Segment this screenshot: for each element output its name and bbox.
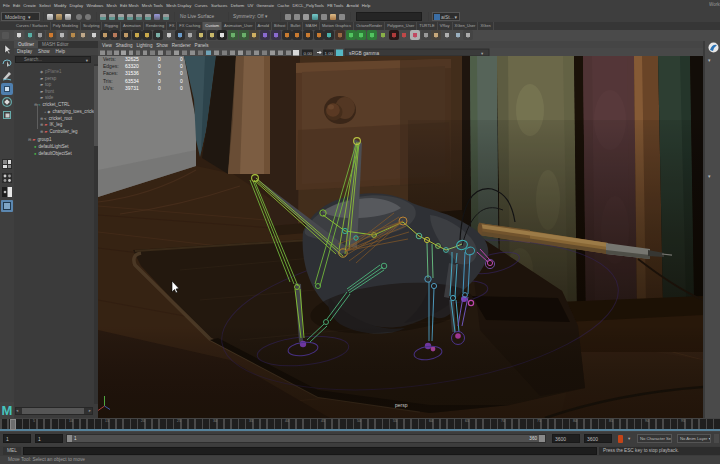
svg-text:sRGB gamma: sRGB gamma bbox=[349, 51, 379, 56]
svg-text:Edges:: Edges: bbox=[103, 63, 119, 69]
svg-text:32625: 32625 bbox=[125, 56, 139, 62]
svg-text:0: 0 bbox=[158, 56, 161, 62]
svg-text:0: 0 bbox=[180, 63, 183, 69]
svg-text:0.00: 0.00 bbox=[304, 51, 313, 56]
svg-text:Verts:: Verts: bbox=[103, 56, 116, 62]
svg-text:1.00: 1.00 bbox=[325, 51, 334, 56]
svg-text:View Shading Lighting Sh: View Shading Lighting Show Renderer Pane… bbox=[102, 43, 209, 48]
svg-text:0: 0 bbox=[158, 63, 161, 69]
svg-text:0: 0 bbox=[180, 56, 183, 62]
svg-text:UVs:: UVs: bbox=[103, 85, 114, 91]
svg-text:0: 0 bbox=[158, 78, 161, 84]
svg-text:0: 0 bbox=[158, 70, 161, 76]
svg-text:31536: 31536 bbox=[125, 70, 139, 76]
svg-text:persp: persp bbox=[395, 402, 408, 408]
svg-text:63320: 63320 bbox=[125, 63, 139, 69]
svg-text:0: 0 bbox=[180, 78, 183, 84]
svg-text:Tris:: Tris: bbox=[103, 78, 113, 84]
svg-text:0: 0 bbox=[180, 85, 183, 91]
svg-text:39731: 39731 bbox=[125, 85, 139, 91]
svg-text:0: 0 bbox=[180, 70, 183, 76]
svg-text:Faces:: Faces: bbox=[103, 70, 118, 76]
svg-text:63534: 63534 bbox=[125, 78, 139, 84]
svg-text:0: 0 bbox=[158, 85, 161, 91]
